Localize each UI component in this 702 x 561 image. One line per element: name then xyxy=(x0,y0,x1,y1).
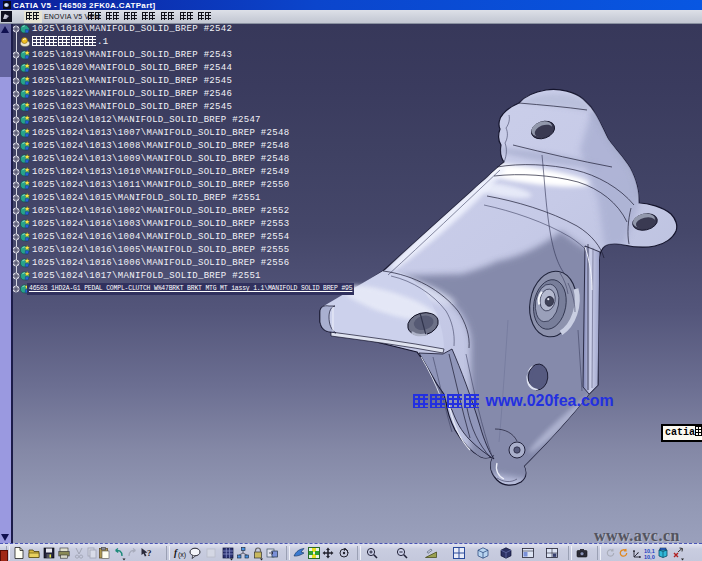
svg-text:(x): (x) xyxy=(178,551,186,559)
svg-text:10,0: 10,0 xyxy=(644,554,655,560)
svg-text:?: ? xyxy=(147,548,152,558)
